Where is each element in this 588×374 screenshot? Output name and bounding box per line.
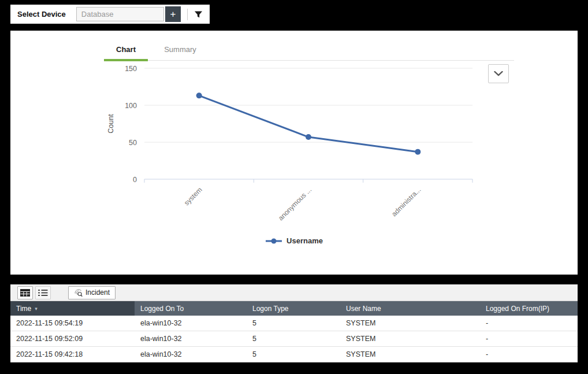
table-cell: ela-win10-32 <box>135 331 247 346</box>
column-header-label: Logon Type <box>252 305 289 313</box>
chart-legend[interactable]: Username <box>10 236 578 245</box>
table-cell: ela-win10-32 <box>135 316 247 331</box>
table-cell: 2022-11-15 09:54:19 <box>10 316 135 331</box>
table-cell: 2022-11-15 09:42:18 <box>10 347 135 362</box>
device-selector-bar: Select Device + <box>10 5 210 24</box>
svg-text:150: 150 <box>125 65 137 73</box>
device-input-group: + <box>76 6 181 22</box>
svg-text:system: system <box>183 186 204 207</box>
filter-button[interactable] <box>194 10 203 18</box>
table-grid-icon <box>20 289 30 297</box>
table-row[interactable]: 2022-11-15 09:52:09ela-win10-325SYSTEM- <box>10 331 578 347</box>
table-cell: 5 <box>247 316 340 331</box>
device-search-input[interactable] <box>76 7 164 21</box>
collapse-chart-button[interactable] <box>488 64 509 83</box>
tab-chart[interactable]: Chart <box>104 42 148 60</box>
select-device-label: Select Device <box>17 10 66 18</box>
svg-text:0: 0 <box>133 176 137 184</box>
svg-text:50: 50 <box>129 139 137 147</box>
table-header-row: Time▾Logged On ToLogon TypeUser NameLogg… <box>10 301 578 316</box>
list-view-button[interactable] <box>35 286 51 299</box>
grid-view-button[interactable] <box>17 286 33 299</box>
svg-text:Count: Count <box>107 114 115 134</box>
column-header-logged-on-to[interactable]: Logged On To <box>135 301 247 316</box>
incident-button-label: Incident <box>85 288 110 297</box>
list-icon <box>38 289 48 297</box>
column-header-logged-on-from-ip-[interactable]: Logged On From(IP) <box>480 301 578 316</box>
page-background: Select Device + Chart Summary <box>0 0 588 374</box>
table-cell: SYSTEM <box>340 347 480 362</box>
column-header-label: Time <box>16 305 31 313</box>
legend-line-marker-icon <box>265 238 282 245</box>
chart-panel: Chart Summary 050100150Countsystemanonym… <box>10 31 578 275</box>
results-table-panel: Incident Time▾Logged On ToLogon TypeUser… <box>10 284 578 362</box>
sort-caret-icon: ▾ <box>35 306 38 312</box>
column-header-label: Logged On To <box>140 305 184 313</box>
toolbar-divider <box>187 9 188 20</box>
table-cell: - <box>480 316 578 331</box>
table-cell: - <box>480 347 578 362</box>
tab-summary[interactable]: Summary <box>158 42 202 60</box>
column-header-logon-type[interactable]: Logon Type <box>247 301 340 316</box>
column-header-user-name[interactable]: User Name <box>340 301 480 316</box>
column-header-label: Logged On From(IP) <box>486 305 549 313</box>
table-cell: 5 <box>247 347 340 362</box>
table-cell: 2022-11-15 09:52:09 <box>10 331 135 346</box>
chevron-down-icon <box>494 71 503 76</box>
table-body: 2022-11-15 09:54:19ela-win10-325SYSTEM-2… <box>10 316 578 362</box>
table-cell: ela-win10-32 <box>135 347 247 362</box>
column-header-label: User Name <box>346 305 381 313</box>
legend-label: Username <box>286 236 323 245</box>
table-cell: SYSTEM <box>340 331 480 346</box>
incident-button[interactable]: Incident <box>68 286 116 299</box>
table-row[interactable]: 2022-11-15 09:42:18ela-win10-325SYSTEM- <box>10 347 578 362</box>
funnel-icon <box>194 10 203 18</box>
chart-tab-bar: Chart Summary <box>104 42 514 61</box>
column-header-time[interactable]: Time▾ <box>10 301 135 316</box>
table-row[interactable]: 2022-11-15 09:54:19ela-win10-325SYSTEM- <box>10 316 578 331</box>
svg-text:100: 100 <box>125 102 137 110</box>
table-toolbar: Incident <box>10 284 578 301</box>
add-device-button[interactable]: + <box>165 6 181 22</box>
incident-search-icon <box>74 288 83 297</box>
table-cell: 5 <box>247 331 340 346</box>
svg-text:anonymous ...: anonymous ... <box>277 186 313 222</box>
svg-text:administra...: administra... <box>390 186 422 218</box>
table-cell: - <box>480 331 578 346</box>
table-cell: SYSTEM <box>340 316 480 331</box>
